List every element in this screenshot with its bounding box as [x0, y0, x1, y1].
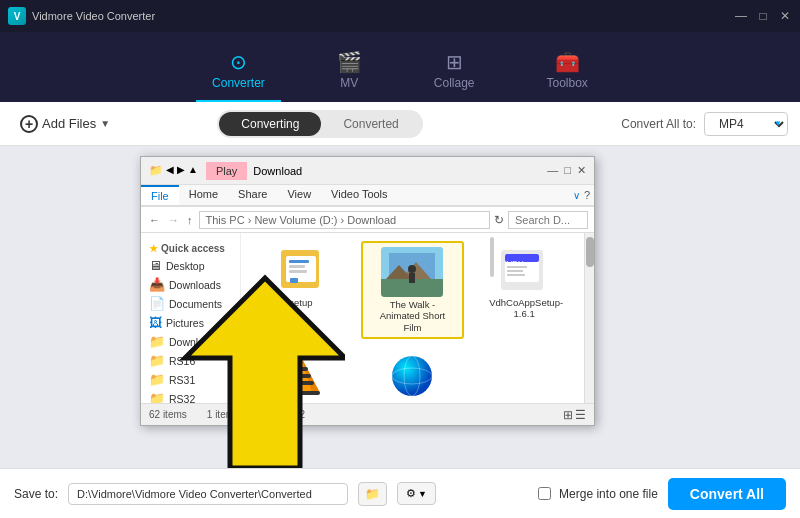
dialog-up-icon: ▲ [188, 164, 198, 177]
ribbon-tab-home[interactable]: Home [179, 185, 228, 205]
dialog-titlebar: 📁 ◀ ▶ ▲ Play Download — □ ✕ [141, 157, 594, 185]
dialog-play-tab[interactable]: Play [206, 162, 247, 180]
sidebar-item-downloads[interactable]: 📥 Downloads [145, 275, 236, 294]
ribbon-tab-file[interactable]: File [141, 185, 179, 205]
dialog-scrollbar[interactable] [584, 233, 594, 403]
sidebar-item-rs16[interactable]: 📁 RS16 [145, 351, 236, 370]
mv-label: MV [340, 76, 358, 90]
file-item-vlc[interactable] [249, 347, 353, 403]
window-controls: — □ ✕ [734, 9, 792, 23]
main-content: 📁 ◀ ▶ ▲ Play Download — □ ✕ File Home Sh… [0, 146, 800, 468]
convert-all-button[interactable]: Convert All [668, 478, 786, 510]
dialog-window-name: Download [247, 165, 547, 177]
addr-back-button[interactable]: ← [147, 214, 162, 226]
svg-rect-18 [507, 270, 523, 272]
svg-rect-24 [294, 367, 308, 371]
dialog-minimize-button[interactable]: — [547, 164, 558, 177]
nav-converter[interactable]: ⊙ Converter [196, 42, 281, 102]
addr-forward-button[interactable]: → [166, 214, 181, 226]
save-path-input[interactable] [68, 483, 348, 505]
sidebar-item-download[interactable]: 📁 Download [145, 332, 236, 351]
mv-icon: 🎬 [337, 50, 362, 74]
nav-mv[interactable]: 🎬 MV [321, 42, 378, 102]
sphere-thumb [382, 351, 442, 401]
settings-button[interactable]: ⚙ ▼ [397, 482, 436, 505]
ribbon-tab-videotools[interactable]: Video Tools [321, 185, 397, 205]
file-item-video[interactable]: The Walk - Animated Short Film [361, 241, 465, 339]
browse-folder-button[interactable]: 📁 [358, 482, 387, 506]
setup-thumb [271, 245, 331, 295]
converter-label: Converter [212, 76, 265, 90]
svg-rect-22 [288, 381, 314, 385]
addr-up-button[interactable]: ↑ [185, 214, 195, 226]
merge-checkbox[interactable] [538, 487, 551, 500]
star-icon: ★ [149, 243, 158, 254]
dialog-close-button[interactable]: ✕ [577, 164, 586, 177]
documents-folder-icon: 📄 [149, 296, 165, 311]
collage-label: Collage [434, 76, 475, 90]
sidebar-item-pictures[interactable]: 🖼 Pictures [145, 313, 236, 332]
rs16-folder-icon: 📁 [149, 353, 165, 368]
vlc-thumb [271, 351, 331, 401]
rs31-folder-icon: 📁 [149, 372, 165, 387]
addr-search-input[interactable] [508, 211, 588, 229]
svg-point-26 [392, 356, 432, 396]
sidebar-item-documents[interactable]: 📄 Documents [145, 294, 236, 313]
dialog-maximize-button[interactable]: □ [564, 164, 571, 177]
titlebar: V Vidmore Video Converter — □ ✕ [0, 0, 800, 32]
dialog-folder-icon: 📁 [149, 164, 163, 177]
ribbon-expand-icon[interactable]: ∨ [573, 190, 580, 201]
svg-rect-4 [289, 270, 307, 273]
sidebar-item-rs32[interactable]: 📁 RS32 [145, 389, 236, 403]
nav-toolbox[interactable]: 🧰 Toolbox [531, 42, 604, 102]
ribbon-help-icon[interactable]: ? [584, 189, 590, 201]
svg-rect-5 [290, 278, 298, 283]
file-item-sphere[interactable] [361, 347, 465, 403]
desktop-folder-icon: 🖥 [149, 258, 162, 273]
dialog-controls: — □ ✕ [547, 164, 586, 177]
sidebar-item-rs31[interactable]: 📁 RS31 [145, 370, 236, 389]
minimize-button[interactable]: — [734, 9, 748, 23]
svg-rect-1 [286, 256, 316, 282]
status-viewbtns: ⊞ ☰ [563, 408, 586, 422]
quick-access-label[interactable]: ★ Quick access [145, 239, 236, 256]
close-button[interactable]: ✕ [778, 9, 792, 23]
app-logo: V [8, 7, 26, 25]
gear-icon: ⚙ [406, 487, 416, 500]
ribbon-tab-view[interactable]: View [277, 185, 321, 205]
addr-refresh-button[interactable]: ↻ [494, 213, 504, 227]
format-select[interactable]: MP4 AVI MKV MOV [704, 112, 788, 136]
add-files-button[interactable]: + Add Files ▼ [12, 111, 118, 137]
file-name-setup: setup [289, 297, 312, 308]
maximize-button[interactable]: □ [756, 9, 770, 23]
sidebar-item-desktop[interactable]: 🖥 Desktop [145, 256, 236, 275]
convert-all-to-label: Convert All to: [621, 117, 696, 131]
toolbox-icon: 🧰 [555, 50, 580, 74]
nav-collage[interactable]: ⊞ Collage [418, 42, 491, 102]
file-item-setup[interactable]: setup [249, 241, 353, 339]
list-view-button[interactable]: ☰ [575, 408, 586, 422]
ribbon-tab-share[interactable]: Share [228, 185, 277, 205]
scrollbar-thumb[interactable] [586, 237, 594, 267]
add-files-dropdown-icon[interactable]: ▼ [100, 118, 110, 129]
addr-path[interactable]: This PC › New Volume (D:) › Download [199, 211, 491, 229]
grid-view-button[interactable]: ⊞ [563, 408, 573, 422]
merge-label[interactable]: Merge into one file [538, 487, 658, 501]
svg-rect-12 [409, 273, 415, 283]
svg-rect-25 [282, 391, 320, 395]
svg-rect-3 [289, 265, 305, 268]
file-item-vdh[interactable]: VDH VdhCoAppSetup-1.6.1 [472, 241, 576, 339]
tab-group: Converting Converted [217, 110, 422, 138]
format-select-wrap: MP4 AVI MKV MOV [704, 112, 788, 136]
dialog-forward-icon: ▶ [177, 164, 185, 177]
tab-converted[interactable]: Converted [321, 112, 420, 136]
navbar: ⊙ Converter 🎬 MV ⊞ Collage 🧰 Toolbox [0, 32, 800, 102]
collage-icon: ⊞ [446, 50, 463, 74]
convert-all-section: Convert All to: MP4 AVI MKV MOV [621, 112, 788, 136]
file-size: 22 [294, 409, 305, 420]
item-count: 62 items [149, 409, 187, 420]
tab-converting[interactable]: Converting [219, 112, 321, 136]
file-name-vdh: VdhCoAppSetup-1.6.1 [489, 297, 559, 320]
svg-point-11 [408, 265, 416, 273]
selected-count: 1 item selected [207, 409, 274, 420]
